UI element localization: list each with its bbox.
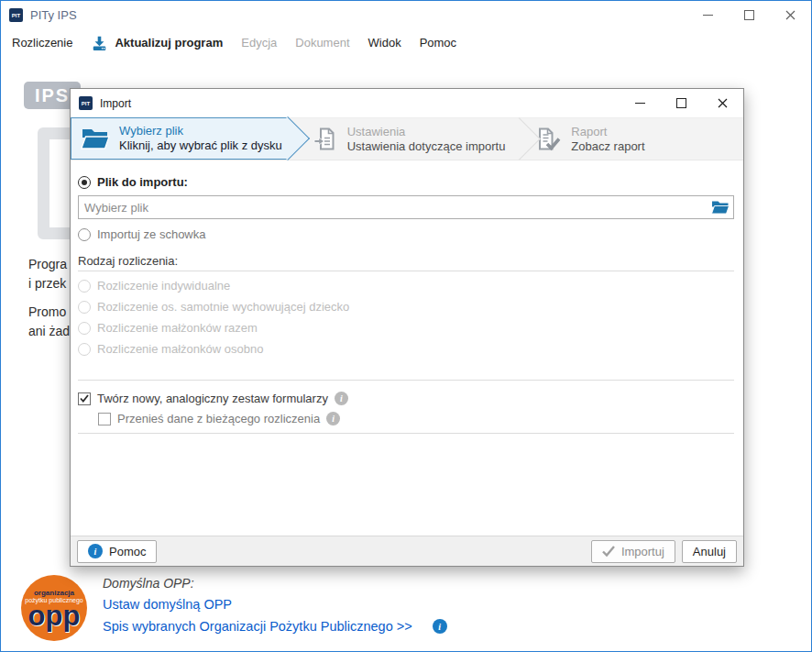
import-dialog: PIT Import Wybie xyxy=(70,88,744,567)
step-title: Wybierz plik xyxy=(119,124,282,138)
checkbox-unchecked-icon xyxy=(98,413,111,425)
menubar: Rozliczenie Aktualizuj program Edycja Do… xyxy=(1,29,811,56)
checkbox-checked-icon xyxy=(78,392,91,405)
radio-selected-icon xyxy=(78,176,91,189)
menu-label: Rozliczenie xyxy=(12,36,72,50)
step-text: Raport Zobacz raport xyxy=(571,125,644,154)
background-text-fragment: ani żad xyxy=(28,324,70,338)
menu-label: Dokument xyxy=(295,36,349,50)
radio-label: Importuj ze schowka xyxy=(97,227,206,241)
opp-logo: organizacja pożytku publicznego opp xyxy=(21,575,87,641)
maximize-icon xyxy=(676,98,686,108)
dialog-footer: i Pomoc Importuj Anuluj xyxy=(71,536,743,566)
dialog-minimize-button[interactable] xyxy=(620,89,661,117)
info-icon[interactable]: i xyxy=(326,412,340,425)
minimize-button[interactable] xyxy=(687,1,729,29)
minimize-icon xyxy=(703,15,713,16)
radio-clipboard-import[interactable]: Importuj ze schowka xyxy=(78,227,734,241)
step-ustawienia[interactable]: Ustawienia Ustawienia dotyczące importu xyxy=(288,117,521,160)
menu-rozliczenie[interactable]: Rozliczenie xyxy=(3,29,82,56)
step-text: Wybierz plik Kliknij, aby wybrać plik z … xyxy=(119,124,282,153)
menu-edycja[interactable]: Edycja xyxy=(232,29,286,56)
menu-dokument[interactable]: Dokument xyxy=(286,29,358,56)
import-button-label: Importuj xyxy=(621,545,664,558)
radio-disabled-icon xyxy=(78,322,91,335)
cancel-button-label: Anuluj xyxy=(693,545,726,558)
close-button[interactable] xyxy=(770,1,811,29)
opp-logo-text: opp xyxy=(28,604,81,628)
close-icon xyxy=(718,98,728,108)
radio-settlement-individual[interactable]: Rozliczenie indywidualne xyxy=(78,279,734,293)
cancel-button[interactable]: Anuluj xyxy=(682,540,737,563)
background-text-fragment: Promo xyxy=(28,304,66,319)
step-text: Ustawienia Ustawienia dotyczące importu xyxy=(347,125,506,154)
browse-file-button[interactable] xyxy=(711,200,730,215)
background-text-fragment: Progra xyxy=(28,257,67,271)
folder-open-icon xyxy=(711,200,730,215)
divider xyxy=(78,271,734,271)
menu-label: Pomoc xyxy=(420,36,456,50)
titlebar: PIT PITy IPS xyxy=(1,1,811,29)
help-button[interactable]: i Pomoc xyxy=(77,540,157,563)
checkbox-transfer-data[interactable]: Przenieś dane z bieżącego rozliczenia i xyxy=(98,412,734,425)
menu-label: Widok xyxy=(368,36,401,50)
document-settings-icon xyxy=(313,127,338,151)
step-subtitle: Zobacz raport xyxy=(571,139,644,154)
opp-text-block: Domyślna OPP: Ustaw domyślną OPP Spis wy… xyxy=(103,575,447,641)
menu-pomoc[interactable]: Pomoc xyxy=(411,29,466,56)
radio-settlement-single-parent[interactable]: Rozliczenie os. samotnie wychowującej dz… xyxy=(78,300,734,314)
radio-disabled-icon xyxy=(78,301,91,314)
radio-file-import[interactable]: Plik do importu: xyxy=(78,175,734,189)
menu-aktualizuj-program[interactable]: Aktualizuj program xyxy=(82,29,232,56)
radio-label: Rozliczenie małżonków osobno xyxy=(97,342,263,356)
download-icon xyxy=(91,35,108,51)
step-wybierz-plik[interactable]: Wybierz plik Kliknij, aby wybrać plik z … xyxy=(71,117,288,160)
dialog-window-controls xyxy=(620,89,743,117)
step-title: Ustawienia xyxy=(347,125,506,139)
opp-default-label: Domyślna OPP: xyxy=(103,576,447,591)
divider xyxy=(78,433,734,434)
radio-unselected-icon xyxy=(78,228,91,241)
set-default-opp-link[interactable]: Ustaw domyślną OPP xyxy=(103,597,447,612)
opp-list-link[interactable]: Spis wybranych Organizacji Pożytku Publi… xyxy=(103,619,412,634)
step-subtitle: Ustawienia dotyczące importu xyxy=(347,139,506,154)
background-text-fragment: i przek xyxy=(28,276,66,291)
radio-disabled-icon xyxy=(78,343,91,356)
main-window: PIT PITy IPS Rozliczenie Aktualizuj prog… xyxy=(0,0,812,652)
dialog-app-icon: PIT xyxy=(79,96,93,110)
file-path-input[interactable] xyxy=(78,195,734,219)
maximize-button[interactable] xyxy=(729,1,770,29)
info-icon[interactable]: i xyxy=(433,619,447,634)
menu-label: Edycja xyxy=(241,36,277,50)
dialog-titlebar: PIT Import xyxy=(71,89,743,117)
checkbox-label: Twórz nowy, analogiczny zestaw formularz… xyxy=(97,392,328,405)
window-controls xyxy=(687,1,811,29)
minimize-icon xyxy=(635,103,645,104)
dialog-maximize-button[interactable] xyxy=(661,89,702,117)
menu-widok[interactable]: Widok xyxy=(359,29,411,56)
checkbox-new-form-set[interactable]: Twórz nowy, analogiczny zestaw formularz… xyxy=(78,392,734,405)
menu-label: Aktualizuj program xyxy=(115,36,223,50)
radio-settlement-spouses-joint[interactable]: Rozliczenie małżonków razem xyxy=(78,321,734,335)
info-icon[interactable]: i xyxy=(335,392,348,405)
radio-settlement-spouses-separate[interactable]: Rozliczenie małżonków osobno xyxy=(78,342,734,356)
app-icon: PIT xyxy=(9,8,23,22)
step-title: Raport xyxy=(571,125,644,139)
wizard-steps: Wybierz plik Kliknij, aby wybrać plik z … xyxy=(71,117,743,160)
radio-disabled-icon xyxy=(78,280,91,293)
step-raport[interactable]: Raport Zobacz raport xyxy=(520,117,743,160)
radio-label: Rozliczenie os. samotnie wychowującej dz… xyxy=(97,300,349,314)
info-icon: i xyxy=(88,544,103,558)
radio-label: Plik do importu: xyxy=(97,175,188,189)
import-button[interactable]: Importuj xyxy=(591,540,675,563)
file-input-row xyxy=(78,195,734,219)
help-button-label: Pomoc xyxy=(109,545,146,558)
settlement-type-label: Rodzaj rozliczenia: xyxy=(78,254,734,268)
radio-label: Rozliczenie indywidualne xyxy=(97,279,230,293)
checkmark-icon xyxy=(602,546,615,557)
divider xyxy=(78,380,734,381)
radio-label: Rozliczenie małżonków razem xyxy=(97,321,258,335)
close-icon xyxy=(785,10,796,20)
dialog-title: Import xyxy=(100,97,131,110)
dialog-close-button[interactable] xyxy=(702,89,743,117)
